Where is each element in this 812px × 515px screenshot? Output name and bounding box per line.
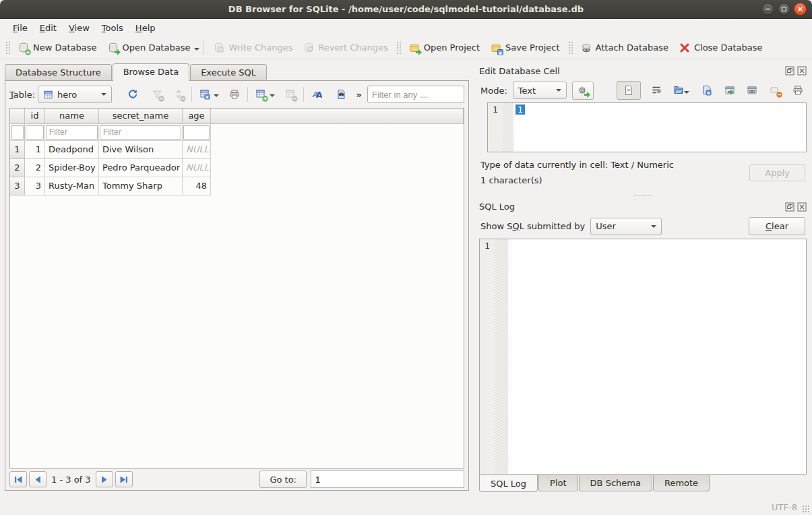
tab-browse-data[interactable]: Browse Data <box>113 63 190 81</box>
save-project-button[interactable]: Save Project <box>485 40 565 56</box>
close-button[interactable] <box>794 3 807 16</box>
float-dock-icon[interactable] <box>785 66 794 75</box>
tab-database-structure[interactable]: Database Structure <box>5 64 112 80</box>
column-header-age[interactable]: age <box>183 109 211 124</box>
maximize-button[interactable] <box>778 3 790 16</box>
cell-secret-name[interactable]: Tommy Sharp <box>99 177 183 195</box>
sql-source-select[interactable]: User <box>590 218 662 235</box>
toolbar-drag-handle[interactable] <box>5 41 10 55</box>
print-table-button[interactable] <box>227 87 242 102</box>
menu-file[interactable]: File <box>7 21 34 35</box>
clear-log-button[interactable]: Clear <box>749 217 805 235</box>
row-number[interactable]: 2 <box>10 159 25 177</box>
filter-input-name[interactable] <box>46 125 98 140</box>
sql-log-content[interactable] <box>508 239 806 475</box>
auto-apply-button[interactable] <box>572 82 594 100</box>
sql-log-fold-margin <box>495 239 508 475</box>
open-project-button[interactable]: Open Project <box>404 40 485 56</box>
row-number[interactable]: 1 <box>10 141 25 159</box>
print-cell-button[interactable] <box>790 83 805 98</box>
table-row: 1 1 Deadpond Dive Wilson NULL <box>10 141 464 159</box>
attach-database-icon <box>581 42 592 53</box>
cell-id[interactable]: 1 <box>25 141 45 159</box>
attach-database-button[interactable]: Attach Database <box>575 40 674 56</box>
menu-tools[interactable]: Tools <box>96 21 129 35</box>
tab-execute-sql[interactable]: Execute SQL <box>190 64 267 80</box>
tab-sql-log[interactable]: SQL Log <box>479 475 538 492</box>
new-database-button[interactable]: New Database <box>13 40 102 56</box>
cell-age[interactable]: 48 <box>183 177 211 195</box>
row-number[interactable]: 3 <box>10 177 25 195</box>
cell-name[interactable]: Spider-Boy <box>45 159 99 177</box>
text-mode-button[interactable] <box>617 81 641 100</box>
open-database-dropdown-arrow[interactable] <box>194 48 199 53</box>
goto-button[interactable]: Go to: <box>259 471 307 488</box>
cell-id[interactable]: 2 <box>25 159 45 177</box>
insert-record-button[interactable] <box>253 87 268 102</box>
filter-any-column-input[interactable] <box>367 86 464 103</box>
sql-log-editor[interactable]: 1 <box>479 239 807 475</box>
resize-grip[interactable] <box>802 505 810 513</box>
toolbar-drag-handle[interactable] <box>568 41 573 55</box>
text-document-icon <box>623 85 634 96</box>
last-record-button[interactable] <box>115 471 133 487</box>
minimize-button[interactable] <box>761 3 774 16</box>
filter-input-rownum[interactable] <box>11 125 24 140</box>
set-null-button[interactable] <box>768 83 782 98</box>
filter-input-secret-name[interactable] <box>100 125 181 140</box>
cell-name[interactable]: Deadpond <box>45 141 99 159</box>
word-wrap-icon <box>651 85 662 96</box>
filter-cell-name <box>45 124 99 141</box>
toolbar-overflow-chevron[interactable]: » <box>356 90 362 100</box>
cell-editor[interactable]: 1 1 <box>487 102 807 152</box>
save-table-dropdown-arrow[interactable] <box>214 94 219 100</box>
goto-record-input[interactable] <box>311 471 464 488</box>
column-header-name[interactable]: name <box>45 109 99 124</box>
open-database-button[interactable]: Open Database <box>102 40 196 56</box>
word-wrap-button[interactable] <box>649 83 664 98</box>
first-record-button[interactable] <box>9 471 27 487</box>
find-in-table-button[interactable] <box>334 87 348 102</box>
dock-splitter[interactable] <box>479 191 807 200</box>
cell-editor-content[interactable]: 1 <box>513 103 806 152</box>
tab-plot[interactable]: Plot <box>538 475 578 491</box>
previous-record-button[interactable] <box>29 471 46 487</box>
filter-input-id[interactable] <box>26 125 44 140</box>
open-in-external-button[interactable] <box>722 83 737 98</box>
refresh-button[interactable] <box>125 87 140 102</box>
toolbar-drag-handle[interactable] <box>396 41 401 55</box>
mode-select[interactable]: Text <box>513 82 567 99</box>
cell-id[interactable]: 3 <box>25 177 45 195</box>
app-window: DB Browser for SQLite - /home/user/code/… <box>0 0 812 515</box>
next-record-button[interactable] <box>96 471 113 487</box>
import-data-button[interactable] <box>671 82 691 98</box>
menu-help[interactable]: Help <box>129 21 162 35</box>
close-dock-icon[interactable] <box>797 202 807 212</box>
filter-input-age[interactable] <box>183 125 210 140</box>
close-dock-icon[interactable] <box>797 66 807 75</box>
export-data-button[interactable] <box>699 83 714 98</box>
float-dock-icon[interactable] <box>785 202 794 212</box>
table-select[interactable]: hero <box>38 86 112 103</box>
cell-secret-name[interactable]: Dive Wilson <box>99 141 183 159</box>
tab-db-schema[interactable]: DB Schema <box>579 475 652 491</box>
tab-remote[interactable]: Remote <box>653 475 710 491</box>
cell-age[interactable]: NULL <box>183 159 211 177</box>
menu-edit[interactable]: Edit <box>34 21 63 35</box>
cell-secret-name[interactable]: Pedro Parqueador <box>99 159 183 177</box>
save-table-button[interactable] <box>197 87 212 102</box>
column-header-secret-name[interactable]: secret_name <box>99 109 183 124</box>
edit-display-format-button[interactable]: AA <box>309 87 324 102</box>
close-database-button[interactable]: Close Database <box>674 40 768 56</box>
filter-cell-age <box>183 124 211 141</box>
sql-source-value: User <box>596 221 616 231</box>
import-dropdown-arrow <box>684 91 689 96</box>
refresh-icon <box>127 89 138 100</box>
cell-name[interactable]: Rusty-Man <box>45 177 99 195</box>
svg-text:A: A <box>316 90 322 100</box>
cell-age[interactable]: NULL <box>183 141 211 159</box>
insert-record-dropdown-arrow[interactable] <box>270 94 275 100</box>
column-header-id[interactable]: id <box>25 109 45 124</box>
copy-link-button[interactable] <box>745 83 759 98</box>
menu-view[interactable]: View <box>63 21 96 35</box>
